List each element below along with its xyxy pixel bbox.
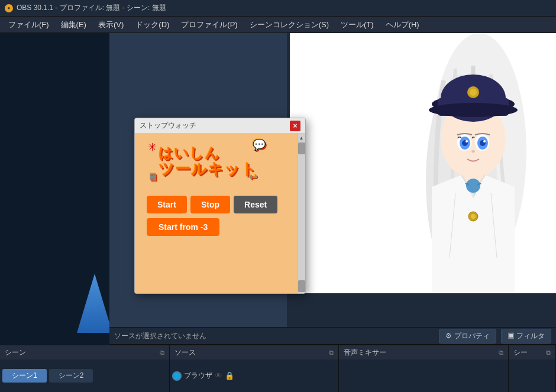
monitor-decoration-icon: 🖥	[148, 172, 158, 183]
dialog-body: ✳ はいしん 💬 ツールキット 🖥 ↩ Start	[135, 134, 305, 293]
menu-scene-collection[interactable]: シーンコレクション(S)	[244, 17, 335, 33]
properties-button[interactable]: ⚙ プロパティ	[439, 329, 496, 344]
logo-line2: ツールキット 🖥 ↩	[159, 161, 257, 178]
scene2-tab[interactable]: シーン2	[49, 369, 93, 383]
filter-button[interactable]: ▣ フィルタ	[501, 329, 551, 344]
menu-profile[interactable]: プロファイル(P)	[175, 17, 243, 33]
menu-help[interactable]: ヘルプ(H)	[380, 17, 425, 33]
bottom-area: シーン ⧉ シーン1 シーン2 ソース ⧉ 🌐 ブラウザ 👁 🔒 音声ミキサー …	[0, 345, 556, 392]
logo-line1: はいしん 💬	[159, 145, 257, 161]
svg-point-20	[466, 179, 480, 193]
scene-panel-content: シーン1 シーン2	[0, 359, 169, 392]
dialog-titlebar: ストップウォッチ ×	[135, 118, 305, 134]
menu-dock[interactable]: ドック(D)	[130, 17, 175, 33]
scene-trans-header: シー ⧉	[509, 345, 555, 359]
svg-point-16	[466, 140, 468, 142]
scene-panel-expand-icon[interactable]: ⧉	[160, 349, 164, 357]
scene-trans-content	[509, 359, 555, 392]
no-source-text: ソースが選択されていません	[114, 331, 434, 341]
svg-point-18	[471, 150, 475, 153]
source-panel-header: ソース ⧉	[170, 345, 339, 359]
scrollbar-thumb[interactable]	[298, 142, 305, 154]
menu-bar: ファイル(F) 編集(E) 表示(V) ドック(D) プロファイル(P) シーン…	[0, 17, 556, 33]
audio-panel-expand-icon[interactable]: ⧉	[499, 349, 503, 357]
source-lock-icon[interactable]: 🔒	[225, 371, 234, 380]
arrow-decoration-icon: ↩	[249, 172, 257, 183]
buttons-row2: Start from -3	[147, 218, 293, 236]
svg-point-24	[471, 214, 476, 219]
browser-source-item: 🌐 ブラウザ	[172, 371, 212, 381]
dialog-close-button[interactable]: ×	[290, 121, 300, 131]
menu-file[interactable]: ファイル(F)	[2, 17, 55, 33]
audio-panel-header: 音声ミキサー ⧉	[339, 345, 508, 359]
source-panel: ソース ⧉ 🌐 ブラウザ 👁 🔒	[170, 345, 340, 392]
source-panel-content: 🌐 ブラウザ 👁 🔒	[170, 359, 339, 392]
stopwatch-dialog: ストップウォッチ × ✳ はいしん 💬 ツールキット 🖥	[134, 118, 306, 294]
svg-point-9	[470, 89, 477, 96]
dialog-title: ストップウォッチ	[140, 121, 196, 131]
start-from-button[interactable]: Start from -3	[147, 218, 219, 236]
title-bar: ● OBS 30.1.1 - プロファイル: 無題 - シーン: 無題	[0, 0, 556, 17]
center-panel: ストップウォッチ × ✳ はいしん 💬 ツールキット 🖥	[109, 33, 287, 345]
bubble-decoration-icon: 💬	[253, 140, 266, 151]
reset-button[interactable]: Reset	[234, 196, 277, 213]
preview-area	[290, 33, 556, 293]
status-bar: ソースが選択されていません ⚙ プロパティ ▣ フィルタ	[109, 327, 556, 345]
audio-panel-content	[339, 359, 508, 392]
source-visibility-icon[interactable]: 👁	[215, 371, 222, 380]
browser-icon: 🌐	[172, 371, 182, 381]
source-panel-expand-icon[interactable]: ⧉	[329, 349, 334, 357]
obs-icon: ●	[5, 4, 13, 12]
menu-tools[interactable]: ツール(T)	[335, 17, 380, 33]
scene-panel-header: シーン ⧉	[0, 345, 169, 359]
audio-mixer-panel: 音声ミキサー ⧉	[339, 345, 509, 392]
source-panel-label: ソース	[174, 348, 196, 358]
scrollbar-up-arrow[interactable]: ▲	[298, 134, 305, 141]
scene-trans-label: シー	[513, 348, 528, 358]
blue-cone-decoration	[77, 274, 112, 333]
scene-panel: シーン ⧉ シーン1 シーン2	[0, 345, 170, 392]
start-button[interactable]: Start	[147, 196, 187, 213]
scene1-tab[interactable]: シーン1	[2, 369, 47, 383]
character-preview	[290, 33, 556, 293]
menu-edit[interactable]: 編集(E)	[55, 17, 92, 33]
stop-button[interactable]: Stop	[190, 196, 230, 213]
svg-point-17	[483, 140, 486, 142]
menu-view[interactable]: 表示(V)	[92, 17, 130, 33]
window-title: OBS 30.1.1 - プロファイル: 無題 - シーン: 無題	[17, 3, 166, 13]
scene-trans-panel: シー ⧉	[509, 345, 556, 392]
dialog-scrollbar[interactable]: ▲	[297, 134, 305, 293]
left-panel	[0, 33, 109, 345]
scrollbar-thumb-bottom[interactable]	[298, 280, 305, 292]
star-decoration-icon: ✳	[148, 141, 157, 154]
buttons-row1: Start Stop Reset	[147, 196, 293, 213]
main-area: ストップウォッチ × ✳ はいしん 💬 ツールキット 🖥	[0, 33, 556, 345]
audio-panel-label: 音声ミキサー	[344, 348, 386, 358]
browser-label: ブラウザ	[184, 371, 212, 381]
scene-trans-expand-icon[interactable]: ⧉	[546, 349, 551, 357]
svg-point-7	[429, 103, 518, 117]
right-panel	[287, 33, 556, 345]
scene-panel-label: シーン	[5, 348, 26, 358]
logo-area: ✳ はいしん 💬 ツールキット 🖥 ↩	[147, 145, 293, 178]
